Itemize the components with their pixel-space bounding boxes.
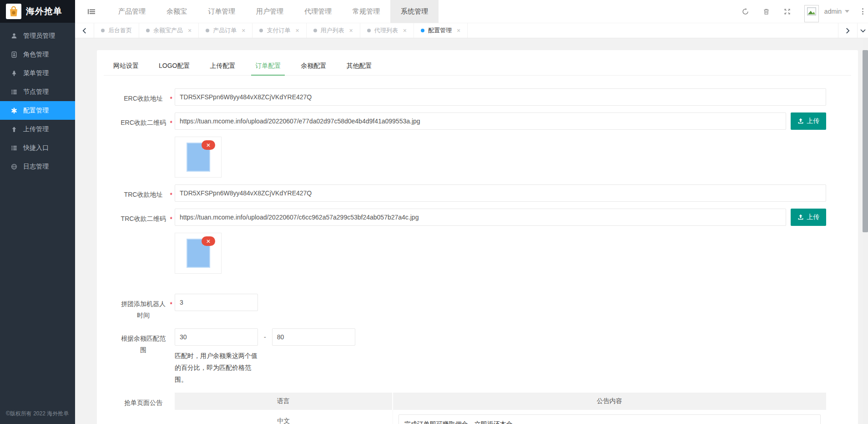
erc-address-row: ERC收款地址 * bbox=[104, 88, 851, 106]
sidebar-item-log-manage[interactable]: 日志管理 bbox=[0, 157, 75, 176]
close-icon[interactable]: × bbox=[403, 27, 407, 34]
username: admin bbox=[824, 8, 842, 15]
tabs-scroll-left-icon[interactable] bbox=[75, 23, 94, 38]
tab-order-config[interactable]: 订单配置 bbox=[251, 56, 285, 75]
column-header-content: 公告内容 bbox=[393, 393, 826, 410]
close-icon[interactable]: × bbox=[188, 27, 192, 34]
app-logo: 海外抢单 bbox=[0, 0, 75, 23]
sidebar-collapse-icon[interactable] bbox=[75, 8, 108, 15]
nav-item-yuebao[interactable]: 余额宝 bbox=[156, 0, 197, 23]
tabs-menu-chevron-down-icon[interactable] bbox=[857, 23, 868, 38]
nav-item-user-manage[interactable]: 用户管理 bbox=[246, 0, 294, 23]
sidebar-item-label: 管理员管理 bbox=[23, 32, 55, 40]
sidebar: 海外抢单 管理员管理 角色管理 菜单管理 节点管理 bbox=[0, 0, 75, 424]
robot-time-input[interactable] bbox=[175, 294, 258, 311]
tab-yuebao-products[interactable]: 余额宝产品 × bbox=[139, 23, 199, 38]
nav-item-agent-manage[interactable]: 代理管理 bbox=[294, 0, 342, 23]
erc-address-input[interactable] bbox=[175, 88, 826, 106]
role-badge-icon bbox=[11, 51, 17, 58]
list-icon bbox=[11, 145, 17, 151]
user-menu[interactable]: admin bbox=[824, 8, 849, 15]
tab-label: 产品订单 bbox=[213, 26, 237, 35]
scrollbar-thumb[interactable] bbox=[863, 50, 868, 232]
tab-upload-config[interactable]: 上传配置 bbox=[206, 56, 239, 75]
trash-icon[interactable] bbox=[756, 8, 777, 15]
tab-home[interactable]: 后台首页 bbox=[94, 23, 139, 38]
copyright-text: ©版权所有 2022 海外抢单 bbox=[6, 410, 69, 418]
tab-user-list[interactable]: 用户列表 × bbox=[307, 23, 360, 38]
tree-icon bbox=[11, 70, 17, 77]
nav-item-order-manage[interactable]: 订单管理 bbox=[197, 0, 246, 23]
erc-qr-url-input[interactable] bbox=[175, 112, 786, 130]
close-icon[interactable]: × bbox=[242, 27, 245, 34]
nav-item-system-manage[interactable]: 系统管理 bbox=[390, 0, 439, 23]
tab-dot-icon bbox=[313, 29, 317, 32]
trc-address-row: TRC收款地址 * bbox=[104, 184, 851, 202]
sidebar-item-upload-manage[interactable]: 上传管理 bbox=[0, 120, 75, 138]
tab-label: 代理列表 bbox=[374, 26, 398, 35]
erc-address-label: ERC收款地址 * bbox=[118, 88, 168, 106]
tab-payment-orders[interactable]: 支付订单 × bbox=[252, 23, 306, 38]
tab-site-settings[interactable]: 网站设置 bbox=[109, 56, 143, 75]
close-icon[interactable]: × bbox=[457, 27, 460, 34]
avatar[interactable] bbox=[804, 5, 819, 22]
erc-qr-thumbnail: ✕ bbox=[175, 137, 222, 178]
sidebar-item-admin-manage[interactable]: 管理员管理 bbox=[0, 26, 75, 45]
tab-balance-config[interactable]: 余额配置 bbox=[297, 56, 330, 75]
required-asterisk: * bbox=[170, 299, 172, 310]
balance-range-min-input[interactable] bbox=[175, 328, 258, 346]
notice-content-textarea[interactable]: 完成订单即可赚取佣金，立即返还本金 bbox=[399, 414, 821, 424]
sidebar-item-node-manage[interactable]: 节点管理 bbox=[0, 82, 75, 101]
tabs-scroll-right-icon[interactable] bbox=[838, 23, 857, 38]
remove-image-icon[interactable]: ✕ bbox=[202, 140, 215, 150]
nav-item-product-manage[interactable]: 产品管理 bbox=[108, 0, 156, 23]
refresh-icon[interactable] bbox=[735, 8, 756, 15]
sidebar-item-label: 上传管理 bbox=[23, 125, 49, 133]
tab-logo-config[interactable]: LOGO配置 bbox=[155, 56, 194, 75]
sidebar-item-label: 角色管理 bbox=[23, 51, 49, 59]
sidebar-item-role-manage[interactable]: 角色管理 bbox=[0, 45, 75, 64]
sidebar-item-quick-entry[interactable]: 快捷入口 bbox=[0, 138, 75, 157]
notice-table-header: 语言 公告内容 bbox=[175, 393, 826, 410]
order-config-form: ERC收款地址 * ERC收款二维码 * bbox=[104, 76, 851, 424]
tab-agent-list[interactable]: 代理列表 × bbox=[360, 23, 414, 38]
tab-label: 后台首页 bbox=[108, 26, 132, 35]
tabs-strip: 后台首页 余额宝产品 × 产品订单 × 支付订单 × 用户列表 × bbox=[94, 23, 838, 38]
tab-product-orders[interactable]: 产品订单 × bbox=[199, 23, 252, 38]
app-title: 海外抢单 bbox=[26, 5, 62, 17]
tab-dot-icon bbox=[101, 29, 105, 32]
close-icon[interactable]: × bbox=[295, 27, 299, 34]
tab-dot-icon bbox=[367, 29, 371, 32]
broken-image-icon bbox=[807, 7, 816, 15]
sidebar-item-menu-manage[interactable]: 菜单管理 bbox=[0, 64, 75, 82]
balance-range-max-input[interactable] bbox=[272, 328, 355, 346]
range-separator: - bbox=[264, 328, 266, 346]
tab-config-manage[interactable]: 配置管理 × bbox=[414, 23, 468, 38]
main-area: 产品管理 余额宝 订单管理 用户管理 代理管理 常规管理 系统管理 bbox=[75, 0, 868, 424]
erc-qr-label: ERC收款二维码 * bbox=[118, 112, 168, 130]
sidebar-item-label: 快捷入口 bbox=[23, 144, 49, 152]
sidebar-item-config-manage[interactable]: 配置管理 bbox=[0, 101, 75, 120]
trc-qr-row: TRC收款二维码 * 上传 bbox=[104, 209, 851, 226]
trc-upload-button[interactable]: 上传 bbox=[791, 209, 826, 226]
page-notice-row: 抢单页面公告 语言 公告内容 中文 完成订单即可赚取佣金，立即返还本金 bbox=[104, 393, 851, 424]
content-area: 网站设置 LOGO配置 上传配置 订单配置 余额配置 其他配置 ERC收款地址 … bbox=[75, 38, 868, 424]
remove-image-icon[interactable]: ✕ bbox=[202, 236, 215, 246]
fullscreen-icon[interactable] bbox=[777, 8, 798, 15]
trc-qr-thumbnail-row: ✕ bbox=[175, 233, 851, 274]
vertical-scrollbar[interactable] bbox=[863, 39, 868, 424]
tab-other-config[interactable]: 其他配置 bbox=[342, 56, 376, 75]
upload-arrow-icon bbox=[11, 126, 17, 133]
more-options-icon[interactable] bbox=[862, 8, 863, 15]
trc-qr-url-input[interactable] bbox=[175, 209, 786, 226]
column-header-language: 语言 bbox=[175, 393, 393, 410]
tab-label: 用户列表 bbox=[321, 26, 344, 35]
notice-table-row: 中文 完成订单即可赚取佣金，立即返还本金 bbox=[175, 410, 826, 424]
erc-upload-button[interactable]: 上传 bbox=[791, 112, 826, 130]
nav-item-general-manage[interactable]: 常规管理 bbox=[342, 0, 390, 23]
page-tabbar: 后台首页 余额宝产品 × 产品订单 × 支付订单 × 用户列表 × bbox=[75, 23, 868, 38]
notice-table: 语言 公告内容 中文 完成订单即可赚取佣金，立即返还本金 bbox=[175, 393, 826, 424]
tab-dot-icon bbox=[206, 29, 209, 32]
trc-address-input[interactable] bbox=[175, 184, 826, 202]
close-icon[interactable]: × bbox=[349, 27, 353, 34]
